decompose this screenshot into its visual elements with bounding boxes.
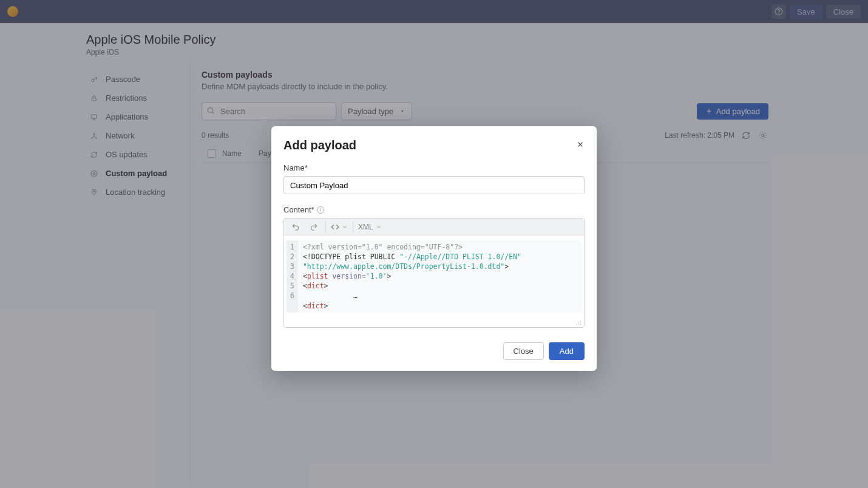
svg-point-16 bbox=[578, 324, 579, 325]
content-field-label: Content* i bbox=[283, 205, 585, 214]
code-editor: XML 123456 <?xml version="1.0" encoding=… bbox=[283, 218, 585, 328]
language-dropdown[interactable]: XML bbox=[358, 223, 382, 231]
chevron-down-icon bbox=[376, 224, 382, 230]
line-gutter: 123456 bbox=[287, 240, 298, 313]
name-input[interactable] bbox=[283, 176, 585, 194]
language-label: XML bbox=[358, 223, 373, 231]
code-content[interactable]: <?xml version="1.0" encoding="UTF-8"?> <… bbox=[298, 240, 581, 313]
code-format-dropdown[interactable] bbox=[331, 223, 348, 231]
svg-point-15 bbox=[576, 324, 577, 325]
code-icon bbox=[331, 223, 339, 231]
modal-title: Add payload bbox=[283, 138, 356, 152]
chevron-down-icon bbox=[342, 224, 348, 230]
add-payload-modal: Add payload Name* Content* i XM bbox=[271, 126, 597, 371]
name-field-label: Name* bbox=[283, 163, 585, 172]
content-label-text: Content* bbox=[283, 205, 314, 214]
editor-toolbar: XML bbox=[284, 219, 584, 236]
modal-close-button[interactable]: Close bbox=[503, 342, 544, 360]
undo-icon[interactable] bbox=[289, 221, 302, 233]
svg-point-17 bbox=[580, 324, 581, 325]
modal-add-button[interactable]: Add bbox=[549, 342, 585, 360]
close-icon[interactable] bbox=[576, 140, 585, 151]
redo-icon[interactable] bbox=[307, 221, 320, 233]
modal-overlay: Add payload Name* Content* i XM bbox=[0, 0, 868, 488]
svg-point-14 bbox=[580, 322, 581, 324]
svg-point-12 bbox=[580, 320, 581, 322]
svg-point-13 bbox=[578, 322, 579, 324]
info-icon[interactable]: i bbox=[317, 206, 324, 214]
code-area[interactable]: 123456 <?xml version="1.0" encoding="UTF… bbox=[284, 236, 584, 327]
resize-handle-icon[interactable] bbox=[575, 320, 581, 326]
